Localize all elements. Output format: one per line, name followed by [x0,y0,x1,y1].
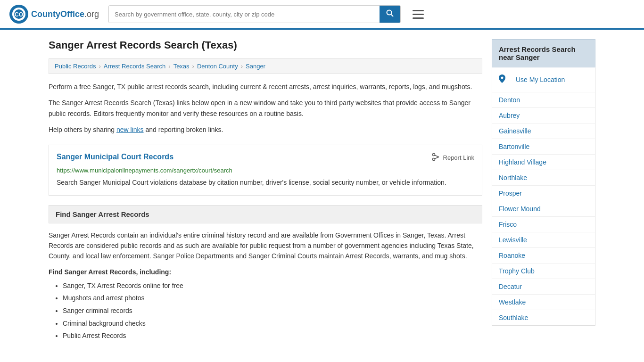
sidebar-nearby-link[interactable]: Aubrey [492,108,595,123]
sidebar-nearby-item: Gainesville [492,123,595,139]
sidebar-nearby-item: Roanoke [492,248,595,263]
description-p3-prefix: Help others by sharing [49,126,116,133]
logo-text: CountyOffice.org [31,9,99,19]
page-title: Sanger Arrest Records Search (Texas) [49,39,482,51]
sidebar-nearby-item: Highland Village [492,155,595,170]
breadcrumb-sep-4: › [241,63,243,70]
sidebar-nearby-item: Southlake [492,310,595,325]
bullet-item: Sanger, TX Arrest Records online for fre… [63,280,482,292]
sidebar-nearby-link[interactable]: Denton [492,92,595,107]
sidebar-list: Use My Location DentonAubreyGainesvilleB… [492,67,595,326]
bullet-item: Criminal background checks [63,317,482,330]
svg-point-7 [432,158,435,160]
sidebar-use-location-item: Use My Location [492,67,595,92]
location-pin-icon [499,74,505,85]
sidebar-nearby-item: Bartonville [492,139,595,155]
sidebar-nearby-link[interactable]: Gainesville [492,123,595,139]
breadcrumb-denton-county[interactable]: Denton County [197,63,238,70]
breadcrumb-sep-1: › [99,63,100,70]
sidebar-nearby-item: Northlake [492,170,595,186]
logo-icon: CO [9,5,28,24]
main-layout: Sanger Arrest Records Search (Texas) Pub… [39,30,605,352]
sidebar-nearby-link[interactable]: Southlake [492,310,595,325]
sidebar-nearby-item: Prosper [492,186,595,201]
sidebar-nearby-link[interactable]: Frisco [492,217,595,232]
menu-bar-3 [413,17,424,19]
breadcrumb-public-records[interactable]: Public Records [55,63,96,70]
including-title: Find Sanger Arrest Records, including: [49,268,482,276]
breadcrumb-sanger[interactable]: Sanger [246,63,265,70]
sidebar-nearby-link[interactable]: Flower Mound [492,201,595,216]
svg-line-8 [435,155,439,157]
new-links-link[interactable]: new links [116,126,144,133]
sidebar-nearby-link[interactable]: Trophy Club [492,263,595,279]
svg-line-9 [435,157,439,159]
description-p3-suffix: and reporting broken links. [144,126,223,133]
sidebar-nearby-item: Lewisville [492,232,595,248]
sidebar-nearby-link[interactable]: Prosper [492,186,595,201]
hamburger-menu-button[interactable] [410,8,426,21]
sidebar-nearby-item: Aubrey [492,108,595,123]
sidebar-nearby-link[interactable]: Bartonville [492,139,595,154]
sidebar-nearby-item: Denton [492,92,595,108]
record-url: https://www.municipalonlinepayments.com/… [57,167,474,174]
sidebar-nearby-link[interactable]: Decatur [492,279,595,294]
bullet-list: Sanger, TX Arrest Records online for fre… [49,280,482,342]
search-input[interactable] [109,6,380,23]
find-section-paragraph: Sanger Arrest Records contain an individ… [49,230,482,262]
sidebar-nearby-link[interactable]: Northlake [492,170,595,185]
logo[interactable]: CO CountyOffice.org [9,5,99,24]
bullet-item: Mugshots and arrest photos [63,292,482,304]
record-card-header: Sanger Municipal Court Records Report Li… [57,153,474,163]
bullet-item: Public Arrest Records [63,329,482,342]
search-icon [386,9,394,17]
sidebar-nearby-link[interactable]: Roanoke [492,248,595,263]
header: CO CountyOffice.org [0,0,644,30]
description-p2: The Sanger Arrest Records Search (Texas)… [49,98,482,119]
sidebar-nearby-link[interactable]: Lewisville [492,232,595,247]
sidebar-header: Arrest Records Search near Sanger [492,39,595,67]
sidebar-nearby-item: Frisco [492,217,595,232]
breadcrumb-texas[interactable]: Texas [173,63,190,70]
bullet-item: Sanger criminal records [63,304,482,317]
breadcrumb: Public Records › Arrest Records Search ›… [49,58,482,74]
sidebar-nearby-item: Trophy Club [492,263,595,279]
search-button[interactable] [380,6,400,23]
breadcrumb-sep-2: › [168,63,170,70]
find-section-header: Find Sanger Arrest Records [49,205,482,223]
record-title: Sanger Municipal Court Records [57,153,173,161]
svg-point-4 [387,10,392,15]
record-card: Sanger Municipal Court Records Report Li… [49,145,482,196]
use-my-location-link[interactable]: Use My Location [509,72,571,87]
report-link-label: Report Link [443,154,474,161]
menu-bar-2 [413,14,424,15]
report-link-button[interactable]: Report Link [432,153,474,163]
record-title-link[interactable]: Sanger Municipal Court Records [57,153,173,161]
content-area: Sanger Arrest Records Search (Texas) Pub… [49,39,482,342]
svg-point-6 [432,153,435,156]
sidebar-nearby-link[interactable]: Highland Village [492,155,595,170]
sidebar-nearby-item: Decatur [492,279,595,295]
breadcrumb-sep-3: › [192,63,194,70]
sidebar: Arrest Records Search near Sanger Use My… [492,39,595,342]
record-desc: Search Sanger Municipal Court violations… [57,178,474,188]
search-bar [108,5,401,23]
menu-bar-1 [413,10,424,11]
sidebar-nearby-link[interactable]: Westlake [492,295,595,310]
breadcrumb-arrest-records-search[interactable]: Arrest Records Search [104,63,166,70]
svg-line-5 [391,15,394,17]
sidebar-nearby-item: Westlake [492,295,595,310]
report-icon [432,153,440,163]
description-p3: Help others by sharing new links and rep… [49,124,482,135]
description-p1: Perform a free Sanger, TX public arrest … [49,82,482,92]
svg-text:CO: CO [15,11,23,18]
sidebar-nearby-item: Flower Mound [492,201,595,217]
scissors-icon [432,153,440,161]
